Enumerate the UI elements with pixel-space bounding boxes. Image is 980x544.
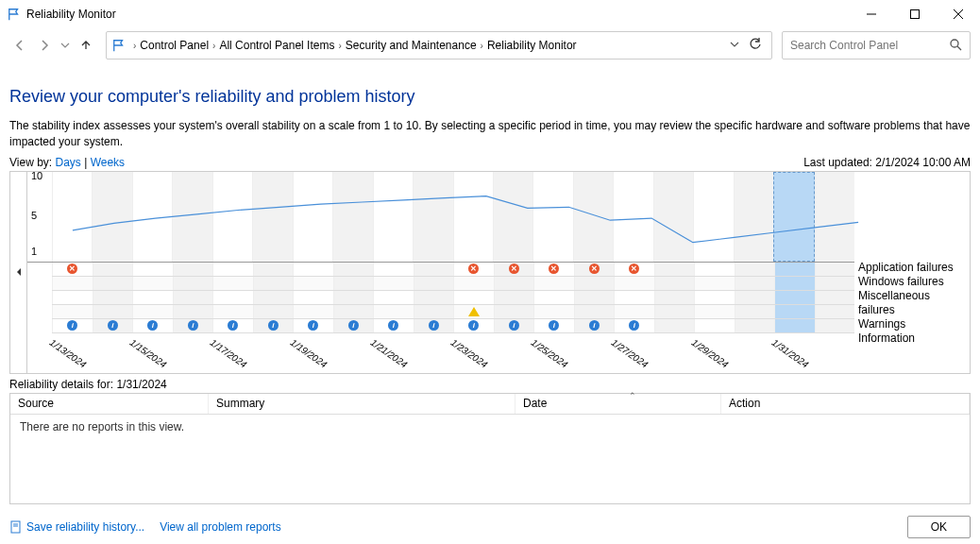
event-cell[interactable] [815,319,855,332]
event-cell[interactable] [414,291,454,304]
event-cell[interactable] [373,291,414,304]
event-cell[interactable]: i [453,319,494,332]
column-source[interactable]: Source [10,394,209,414]
event-cell[interactable]: ✕ [533,263,574,276]
breadcrumb-item[interactable]: All Control Panel Items [219,39,334,52]
recent-dropdown[interactable] [59,35,72,56]
event-cell[interactable] [333,263,374,276]
save-history-link[interactable]: Save reliability history... [9,520,144,534]
chart-column[interactable] [373,172,413,262]
event-cell[interactable] [173,277,213,290]
event-cell[interactable]: ✕ [453,263,494,276]
chart-scroll-left[interactable] [10,172,27,373]
event-cell[interactable] [212,305,253,318]
event-cell[interactable]: ✕ [574,263,615,276]
chart-column[interactable] [172,172,211,262]
event-cell[interactable] [654,291,695,304]
event-cell[interactable] [93,305,133,318]
chart-column[interactable] [52,172,92,262]
event-cell[interactable] [52,277,93,290]
chevron-down-icon[interactable] [724,39,745,52]
event-cell[interactable] [333,277,374,290]
event-cell[interactable] [93,291,133,304]
event-cell[interactable] [815,277,855,290]
forward-button[interactable] [34,35,55,56]
event-cell[interactable] [132,277,173,290]
event-cell[interactable] [52,305,93,318]
viewby-weeks-link[interactable]: Weeks [91,156,125,169]
event-cell[interactable] [694,305,735,318]
event-cell[interactable] [735,277,775,290]
event-cell[interactable] [373,305,414,318]
refresh-button[interactable] [745,38,766,54]
breadcrumb-item[interactable]: Control Panel [140,39,209,52]
chart-columns[interactable] [52,172,854,262]
event-cell[interactable]: ✕ [614,263,654,276]
event-cell[interactable] [654,277,695,290]
event-cell[interactable] [293,263,333,276]
event-cell[interactable] [774,319,815,332]
event-cell[interactable] [694,291,735,304]
event-cell[interactable]: i [173,319,213,332]
event-cell[interactable]: i [494,319,534,332]
event-cell[interactable] [574,291,615,304]
column-action[interactable]: Action [721,394,970,414]
chart-column[interactable] [773,172,814,262]
viewby-days-link[interactable]: Days [55,156,80,169]
chart-column[interactable] [252,172,292,262]
event-cell[interactable] [735,305,775,318]
chart-column[interactable] [493,172,532,262]
breadcrumb-item[interactable]: Security and Maintenance [346,39,477,52]
event-cell[interactable] [373,277,414,290]
event-cell[interactable] [253,305,294,318]
event-cell[interactable] [414,305,454,318]
minimize-button[interactable] [850,0,893,28]
event-cell[interactable] [694,277,735,290]
event-cell[interactable] [52,291,93,304]
event-cell[interactable]: i [132,319,173,332]
up-button[interactable] [76,35,96,56]
event-cell[interactable] [253,277,294,290]
event-cell[interactable] [132,291,173,304]
event-cell[interactable] [654,319,695,332]
chart-column[interactable] [815,172,854,262]
chart-column[interactable] [453,172,493,262]
chart-column[interactable] [293,172,332,262]
event-cell[interactable] [453,277,494,290]
event-cell[interactable] [93,277,133,290]
chart-column[interactable] [132,172,172,262]
event-cell[interactable] [414,277,454,290]
event-cell[interactable] [774,305,815,318]
event-cell[interactable] [212,291,253,304]
chart-column[interactable] [573,172,613,262]
event-cell[interactable]: i [52,319,93,332]
event-cell[interactable] [735,291,775,304]
close-button[interactable] [937,0,980,28]
chart-column[interactable] [613,172,652,262]
event-cell[interactable] [494,291,534,304]
event-cell[interactable] [654,305,695,318]
chart-column[interactable] [734,172,773,262]
event-cell[interactable] [253,291,294,304]
event-cell[interactable] [815,305,855,318]
event-cell[interactable] [333,291,374,304]
event-cell[interactable] [93,263,133,276]
event-cell[interactable]: i [93,319,133,332]
event-cell[interactable] [212,263,253,276]
event-cell[interactable] [694,319,735,332]
event-cell[interactable] [694,263,735,276]
event-cell[interactable] [654,263,695,276]
event-cell[interactable] [453,291,494,304]
event-cell[interactable] [253,263,294,276]
ok-button[interactable]: OK [907,516,971,538]
event-cell[interactable]: i [533,319,574,332]
chart-column[interactable] [212,172,252,262]
event-cell[interactable]: i [333,319,374,332]
event-cell[interactable] [373,263,414,276]
event-cell[interactable] [494,277,534,290]
event-cell[interactable]: i [614,319,654,332]
event-cell[interactable] [574,277,615,290]
event-cell[interactable] [293,305,333,318]
view-all-reports-link[interactable]: View all problem reports [160,520,281,534]
search-box[interactable] [782,31,971,60]
